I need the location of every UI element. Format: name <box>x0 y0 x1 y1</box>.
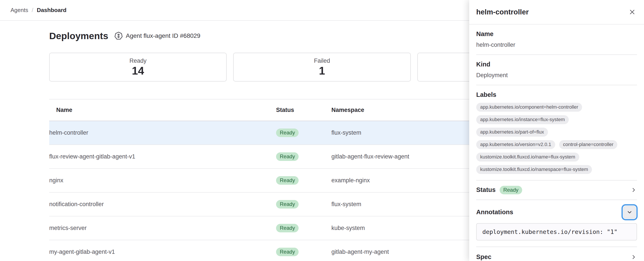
section-name-value: helm-controller <box>476 41 637 48</box>
details-drawer: helm-controller Name helm-controller Kin… <box>469 0 644 261</box>
status-expand-control[interactable] <box>630 187 637 193</box>
status-badge: Ready <box>276 224 298 232</box>
section-kind: Kind Deployment <box>476 55 637 85</box>
cell-name: nginx <box>49 170 276 191</box>
label-chip: app.kubernetes.io/part-of=flux <box>476 128 548 137</box>
status-badge: Ready <box>276 176 298 185</box>
cell-name: flux-review-agent-gitlab-agent-v1 <box>49 146 276 167</box>
chevron-right-icon <box>630 187 637 193</box>
cell-name: helm-controller <box>49 122 276 144</box>
section-labels: Labels app.kubernetes.io/component=helm-… <box>476 85 637 181</box>
section-name-label: Name <box>476 31 637 38</box>
stat-card-value: 14 <box>132 65 144 77</box>
close-icon <box>629 9 636 15</box>
chevron-down-icon <box>626 209 632 215</box>
drawer-status-badge: Ready <box>500 186 522 194</box>
column-header-status: Status <box>276 99 332 121</box>
label-chip: kustomize.toolkit.fluxcd.io/name=flux-sy… <box>476 153 579 162</box>
stat-card: Failed1 <box>233 53 410 81</box>
section-labels-label: Labels <box>476 91 637 98</box>
kubernetes-agent-icon <box>114 31 123 40</box>
section-annotations: Annotations deployment.kubernetes.io/rev… <box>476 200 637 247</box>
stat-card-label: Failed <box>314 57 330 64</box>
drawer-body: Name helm-controller Kind Deployment Lab… <box>469 24 644 261</box>
chevron-right-icon <box>630 254 637 260</box>
label-chip: app.kubernetes.io/component=helm-control… <box>476 103 582 112</box>
drawer-close-button[interactable] <box>626 6 638 18</box>
cell-status: Ready <box>276 193 332 216</box>
stat-card-value: 1 <box>319 65 325 77</box>
section-spec-label: Spec <box>476 254 491 261</box>
label-chip: app.kubernetes.io/instance=flux-system <box>476 115 569 124</box>
cell-name: metrics-server <box>49 217 276 239</box>
drawer-header: helm-controller <box>469 0 644 24</box>
cell-name: notification-controller <box>49 194 276 215</box>
section-annotations-label: Annotations <box>476 209 513 216</box>
stat-card: Ready14 <box>49 53 226 81</box>
status-badge: Ready <box>276 200 298 209</box>
label-chips: app.kubernetes.io/component=helm-control… <box>476 103 620 174</box>
annotations-collapse-button[interactable] <box>624 206 636 218</box>
section-spec[interactable]: Spec <box>476 247 637 261</box>
agent-info: Agent flux-agent ID #68029 <box>114 31 200 40</box>
status-badge: Ready <box>276 152 298 161</box>
section-name: Name helm-controller <box>476 24 637 55</box>
label-chip: kustomize.toolkit.fluxcd.io/namespace=fl… <box>476 165 592 174</box>
spec-expand-control[interactable] <box>630 254 637 260</box>
section-status-label: Status <box>476 187 496 194</box>
section-kind-value: Deployment <box>476 72 637 79</box>
cell-status: Ready <box>276 145 332 168</box>
section-status[interactable]: Status Ready <box>476 181 637 200</box>
drawer-title: helm-controller <box>476 8 529 16</box>
cell-status: Ready <box>276 169 332 192</box>
status-badge: Ready <box>276 129 298 137</box>
cell-status: Ready <box>276 121 332 145</box>
label-chip: app.kubernetes.io/version=v2.0.1 <box>476 140 555 149</box>
cell-status: Ready <box>276 240 332 261</box>
label-chip: control-plane=controller <box>559 140 618 149</box>
annotations-code-block: deployment.kubernetes.io/revision: "1" <box>476 223 637 241</box>
status-badge: Ready <box>276 248 298 256</box>
breadcrumb-separator: / <box>32 7 33 13</box>
cell-status: Ready <box>276 216 332 240</box>
stat-card-label: Ready <box>130 57 146 64</box>
breadcrumb-agents-link[interactable]: Agents <box>10 7 28 13</box>
cell-name: my-agent-gitlab-agent-v1 <box>49 241 276 261</box>
column-header-name: Name <box>49 99 276 121</box>
section-kind-label: Kind <box>476 61 637 68</box>
agent-id-label: Agent flux-agent ID #68029 <box>126 32 200 39</box>
breadcrumb-dashboard: Dashboard <box>37 7 66 13</box>
page-title: Deployments <box>49 31 108 41</box>
